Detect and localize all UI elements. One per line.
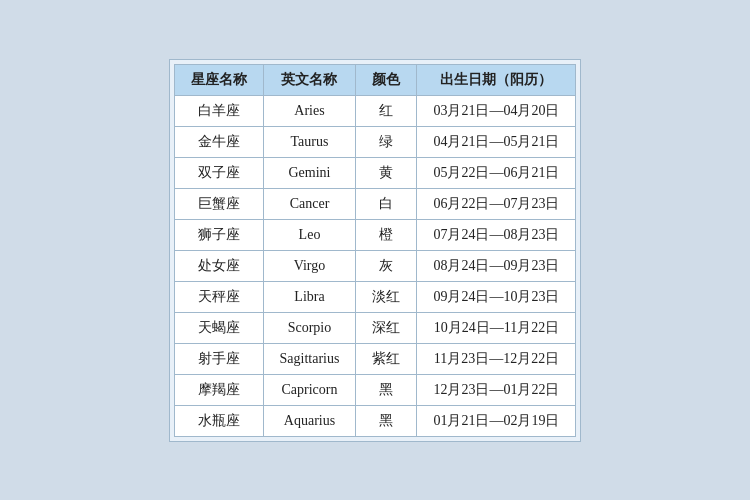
cell-2-2: 黄 [356,157,417,188]
cell-5-0: 处女座 [174,250,263,281]
cell-7-2: 深红 [356,312,417,343]
cell-3-3: 06月22日—07月23日 [417,188,576,219]
cell-6-0: 天秤座 [174,281,263,312]
cell-0-0: 白羊座 [174,95,263,126]
cell-9-1: Capricorn [263,374,356,405]
table-row: 处女座Virgo灰08月24日—09月23日 [174,250,576,281]
cell-2-1: Gemini [263,157,356,188]
cell-5-3: 08月24日—09月23日 [417,250,576,281]
cell-0-1: Aries [263,95,356,126]
cell-1-3: 04月21日—05月21日 [417,126,576,157]
cell-3-2: 白 [356,188,417,219]
cell-5-2: 灰 [356,250,417,281]
zodiac-table-container: 星座名称英文名称颜色出生日期（阳历） 白羊座Aries红03月21日—04月20… [169,59,582,442]
table-row: 天秤座Libra淡红09月24日—10月23日 [174,281,576,312]
table-row: 金牛座Taurus绿04月21日—05月21日 [174,126,576,157]
header-cell-2: 颜色 [356,64,417,95]
cell-9-2: 黑 [356,374,417,405]
header-row: 星座名称英文名称颜色出生日期（阳历） [174,64,576,95]
cell-5-1: Virgo [263,250,356,281]
table-row: 水瓶座Aquarius黑01月21日—02月19日 [174,405,576,436]
cell-8-0: 射手座 [174,343,263,374]
table-row: 射手座Sagittarius紫红11月23日—12月22日 [174,343,576,374]
cell-8-3: 11月23日—12月22日 [417,343,576,374]
cell-7-0: 天蝎座 [174,312,263,343]
cell-10-1: Aquarius [263,405,356,436]
cell-1-0: 金牛座 [174,126,263,157]
table-row: 巨蟹座Cancer白06月22日—07月23日 [174,188,576,219]
cell-6-3: 09月24日—10月23日 [417,281,576,312]
table-row: 摩羯座Capricorn黑12月23日—01月22日 [174,374,576,405]
cell-6-1: Libra [263,281,356,312]
header-cell-3: 出生日期（阳历） [417,64,576,95]
table-body: 白羊座Aries红03月21日—04月20日金牛座Taurus绿04月21日—0… [174,95,576,436]
table-header: 星座名称英文名称颜色出生日期（阳历） [174,64,576,95]
cell-2-0: 双子座 [174,157,263,188]
cell-7-1: Scorpio [263,312,356,343]
table-row: 狮子座Leo橙07月24日—08月23日 [174,219,576,250]
header-cell-0: 星座名称 [174,64,263,95]
cell-4-2: 橙 [356,219,417,250]
cell-1-2: 绿 [356,126,417,157]
cell-3-0: 巨蟹座 [174,188,263,219]
cell-10-0: 水瓶座 [174,405,263,436]
zodiac-table: 星座名称英文名称颜色出生日期（阳历） 白羊座Aries红03月21日—04月20… [174,64,577,437]
cell-4-3: 07月24日—08月23日 [417,219,576,250]
cell-9-3: 12月23日—01月22日 [417,374,576,405]
cell-4-1: Leo [263,219,356,250]
cell-9-0: 摩羯座 [174,374,263,405]
cell-3-1: Cancer [263,188,356,219]
cell-0-2: 红 [356,95,417,126]
cell-0-3: 03月21日—04月20日 [417,95,576,126]
cell-4-0: 狮子座 [174,219,263,250]
cell-8-1: Sagittarius [263,343,356,374]
cell-6-2: 淡红 [356,281,417,312]
table-row: 双子座Gemini黄05月22日—06月21日 [174,157,576,188]
table-row: 天蝎座Scorpio深红10月24日—11月22日 [174,312,576,343]
cell-8-2: 紫红 [356,343,417,374]
cell-2-3: 05月22日—06月21日 [417,157,576,188]
cell-7-3: 10月24日—11月22日 [417,312,576,343]
table-row: 白羊座Aries红03月21日—04月20日 [174,95,576,126]
header-cell-1: 英文名称 [263,64,356,95]
cell-1-1: Taurus [263,126,356,157]
cell-10-3: 01月21日—02月19日 [417,405,576,436]
cell-10-2: 黑 [356,405,417,436]
